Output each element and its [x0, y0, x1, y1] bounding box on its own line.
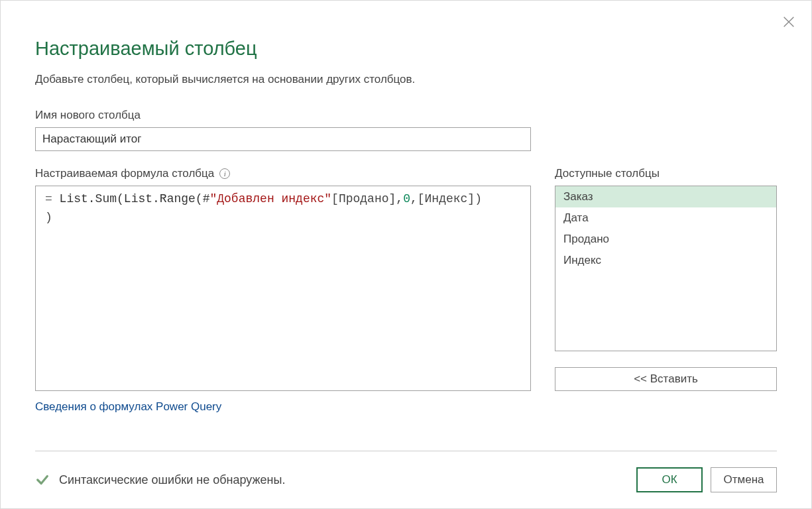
- close-icon: [782, 15, 796, 29]
- formula-token-1: List.Sum(List.Range(: [60, 192, 203, 205]
- status-text: Синтаксические ошибки не обнаружены.: [59, 473, 285, 487]
- cancel-button[interactable]: Отмена: [711, 467, 777, 492]
- formula-editor[interactable]: = List.Sum(List.Range(#"Добавлен индекс"…: [35, 186, 531, 391]
- formula-token-eq: =: [45, 192, 60, 205]
- dialog-subtitle: Добавьте столбец, который вычисляется на…: [35, 73, 777, 86]
- insert-button[interactable]: << Вставить: [555, 367, 777, 391]
- status-bar: Синтаксические ошибки не обнаружены.: [35, 473, 285, 487]
- check-icon: [35, 473, 50, 487]
- ok-button[interactable]: ОК: [636, 467, 703, 492]
- column-item[interactable]: Продано: [555, 229, 776, 250]
- custom-column-dialog: Настраиваемый столбец Добавьте столбец, …: [0, 0, 812, 509]
- available-columns-section: Доступные столбцы Заказ Дата Продано Инд…: [555, 167, 777, 391]
- new-column-name-input[interactable]: [35, 127, 531, 151]
- formula-token-2: [Продано],: [331, 192, 403, 205]
- dialog-footer: Синтаксические ошибки не обнаружены. ОК …: [35, 451, 777, 492]
- column-item[interactable]: Заказ: [555, 186, 776, 207]
- column-item[interactable]: Дата: [555, 207, 776, 229]
- formula-help-link[interactable]: Сведения о формулах Power Query: [35, 400, 531, 414]
- content-row: Настраиваемая формула столбца i = List.S…: [35, 167, 777, 414]
- close-button[interactable]: [781, 14, 797, 30]
- available-columns-label: Доступные столбцы: [555, 167, 777, 180]
- available-columns-list[interactable]: Заказ Дата Продано Индекс: [555, 186, 777, 351]
- formula-token-hash: #: [203, 192, 210, 205]
- formula-token-str: "Добавлен индекс": [209, 192, 331, 205]
- formula-column: Настраиваемая формула столбца i = List.S…: [35, 167, 531, 414]
- formula-token-num: 0: [403, 192, 410, 205]
- column-item[interactable]: Индекс: [555, 250, 776, 271]
- new-column-name-label: Имя нового столбца: [35, 109, 777, 122]
- button-row: ОК Отмена: [636, 467, 777, 492]
- formula-label: Настраиваемая формула столбца i: [35, 167, 531, 180]
- formula-label-text: Настраиваемая формула столбца: [35, 167, 214, 180]
- info-icon[interactable]: i: [219, 168, 230, 179]
- dialog-title: Настраиваемый столбец: [35, 38, 777, 60]
